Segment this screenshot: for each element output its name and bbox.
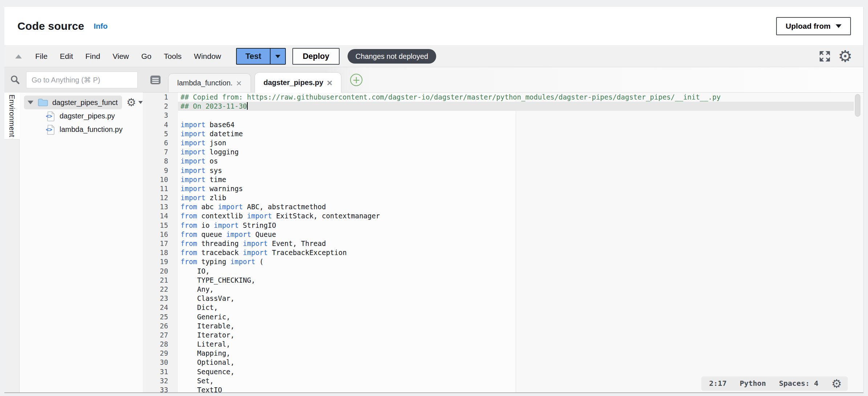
folder-row-selected[interactable]: dagster_pipes_funct (24, 96, 122, 109)
code-line: Dict, (181, 303, 863, 312)
menu-item-go[interactable]: Go (135, 52, 158, 61)
changes-not-deployed-badge: Changes not deployed (348, 49, 436, 64)
editor-tab-dagster-pipes-py[interactable]: dagster_pipes.py× (255, 72, 342, 93)
new-tab-button[interactable]: + (350, 74, 362, 86)
close-icon[interactable]: × (236, 78, 242, 88)
test-split-button[interactable]: Test (236, 48, 286, 65)
test-dropdown-button[interactable] (270, 49, 285, 64)
menu-items: FileEditFindViewGoToolsWindow (29, 52, 227, 61)
line-number[interactable]: 15 (143, 221, 178, 230)
code-line: Literal, (181, 340, 863, 349)
code-line: Any, (181, 285, 863, 294)
tab-environment[interactable]: Environment (4, 93, 20, 139)
menubar-right-icons: ⚙ (819, 48, 852, 64)
editor-settings-gear-icon[interactable]: ⚙ (838, 48, 852, 64)
page-title: Code source (17, 20, 84, 32)
code-line: TYPE_CHECKING, (181, 276, 863, 285)
code-line: from io import StringIO (181, 221, 863, 230)
line-number[interactable]: 23 (143, 294, 178, 303)
code-line: Mapping, (181, 349, 863, 358)
menu-item-tools[interactable]: Tools (158, 52, 188, 61)
line-number[interactable]: 24 (143, 303, 178, 312)
code-line: import os (181, 157, 863, 166)
tree-file-lambda-function-py[interactable]: lambda_function.py (20, 123, 143, 136)
vertical-scrollbar[interactable] (855, 94, 860, 117)
code-file-icon (46, 125, 55, 135)
environment-tab-label: Environment (8, 94, 16, 137)
line-number[interactable]: 12 (143, 193, 178, 202)
statusbar-gear-icon[interactable]: ⚙ (831, 378, 842, 389)
tab-list-icon[interactable] (150, 75, 161, 85)
code-line: from traceback import TracebackException (181, 248, 863, 257)
line-number[interactable]: 13 (143, 202, 178, 211)
close-icon[interactable]: × (327, 78, 332, 88)
line-number[interactable]: 25 (143, 312, 178, 322)
line-number[interactable]: 20 (143, 267, 178, 276)
line-number[interactable]: 4 (143, 120, 178, 129)
code-line: Optional, (181, 358, 863, 367)
line-number[interactable]: 31 (143, 367, 178, 376)
line-number[interactable]: 2 (143, 102, 178, 111)
sidebar-body: Environment dagster_pipes_funct ⚙ (4, 93, 143, 392)
line-number[interactable]: 6 (143, 138, 178, 148)
tree-row-folder: dagster_pipes_funct ⚙ (20, 96, 143, 109)
line-number[interactable]: 33 (143, 385, 178, 392)
chevron-down-icon (138, 101, 143, 104)
code-editor[interactable]: 1234567891011121314151617181920212223242… (143, 93, 863, 392)
environment-strip-rest (4, 139, 20, 392)
line-number[interactable]: 29 (143, 349, 178, 358)
code-line: import zlib (181, 193, 863, 202)
fullscreen-icon[interactable] (819, 50, 831, 62)
code-line: ## Copied from: https://raw.githubuserco… (181, 93, 863, 102)
line-number[interactable]: 1 (143, 93, 178, 102)
menu-item-find[interactable]: Find (79, 52, 106, 61)
folder-expander-icon[interactable] (28, 101, 33, 104)
deploy-button[interactable]: Deploy (292, 48, 339, 65)
line-number[interactable]: 9 (143, 166, 178, 175)
code-line: ## On 2023-11-30 (181, 102, 863, 111)
code-line: Sequence, (181, 367, 863, 376)
go-to-anything-input[interactable] (26, 72, 138, 88)
line-number[interactable]: 30 (143, 358, 178, 367)
search-icon[interactable] (4, 75, 26, 85)
tree-file-dagster-pipes-py[interactable]: dagster_pipes.py (20, 109, 143, 123)
code-line: import warnings (181, 184, 863, 193)
line-number[interactable]: 18 (143, 248, 178, 257)
folder-settings-button[interactable]: ⚙ (126, 97, 143, 108)
tab-label: dagster_pipes.py (264, 78, 324, 87)
line-number[interactable]: 27 (143, 331, 178, 340)
menu-item-view[interactable]: View (106, 52, 135, 61)
editor-tab-lambda-function-[interactable]: lambda_function.× (168, 73, 251, 92)
line-number[interactable]: 16 (143, 230, 178, 239)
line-number[interactable]: 14 (143, 211, 178, 221)
upload-from-label: Upload from (786, 22, 831, 31)
line-number[interactable]: 22 (143, 285, 178, 294)
line-number[interactable]: 17 (143, 239, 178, 248)
line-number[interactable]: 32 (143, 376, 178, 385)
sidebar: Environment dagster_pipes_funct ⚙ (4, 67, 143, 392)
file-label: lambda_function.py (60, 125, 122, 134)
line-number[interactable]: 3 (143, 111, 178, 120)
cursor-position[interactable]: 2:17 (709, 379, 727, 388)
code-line: Generic, (181, 312, 863, 322)
tab-label: lambda_function. (177, 79, 232, 87)
line-number[interactable]: 21 (143, 276, 178, 285)
line-number[interactable]: 26 (143, 322, 178, 331)
line-number[interactable]: 11 (143, 184, 178, 193)
code-line: import json (181, 138, 863, 148)
line-number[interactable]: 7 (143, 148, 178, 157)
test-button[interactable]: Test (237, 49, 270, 64)
language-mode[interactable]: Python (740, 379, 766, 388)
line-number[interactable]: 8 (143, 157, 178, 166)
menu-item-edit[interactable]: Edit (54, 52, 79, 61)
indentation-setting[interactable]: Spaces: 4 (779, 379, 818, 388)
menu-item-window[interactable]: Window (188, 52, 227, 61)
upload-from-button[interactable]: Upload from (776, 17, 851, 35)
menu-item-file[interactable]: File (29, 52, 54, 61)
line-number[interactable]: 28 (143, 340, 178, 349)
info-link[interactable]: Info (94, 22, 108, 31)
line-number[interactable]: 10 (143, 175, 178, 184)
line-number[interactable]: 5 (143, 129, 178, 138)
collapse-panel-icon[interactable] (15, 54, 22, 58)
line-number[interactable]: 19 (143, 257, 178, 266)
